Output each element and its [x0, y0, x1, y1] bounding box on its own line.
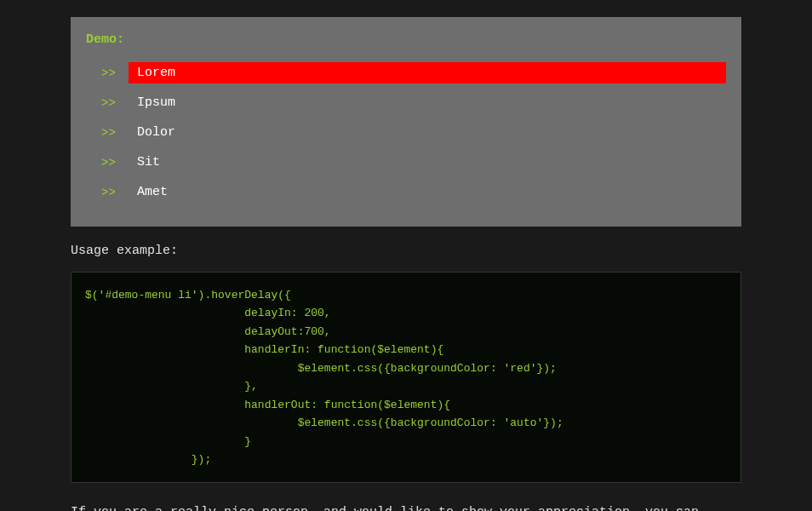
demo-menu-item[interactable]: >> Amet [101, 181, 726, 203]
code-block: $('#demo-menu li').hoverDelay({ delayIn:… [71, 272, 741, 483]
demo-item-label: Amet [129, 181, 726, 203]
demo-item-label: Lorem [129, 62, 726, 83]
code-content: $('#demo-menu li').hoverDelay({ delayIn:… [85, 286, 727, 468]
footer-text: If you are a really nice person, and wou… [71, 503, 741, 511]
demo-menu-item[interactable]: >> Lorem [101, 62, 726, 83]
demo-item-label: Dolor [129, 122, 726, 143]
demo-title: Demo: [86, 32, 726, 47]
arrow-icon: >> [101, 66, 117, 80]
arrow-icon: >> [101, 186, 117, 199]
arrow-icon: >> [101, 156, 117, 169]
arrow-icon: >> [101, 126, 117, 140]
demo-menu: >> Lorem >> Ipsum >> Dolor >> Sit >> Ame… [86, 62, 726, 203]
demo-item-label: Ipsum [129, 92, 726, 113]
demo-menu-item[interactable]: >> Dolor [101, 122, 726, 143]
demo-menu-item[interactable]: >> Ipsum [101, 92, 726, 113]
demo-panel: Demo: >> Lorem >> Ipsum >> Dolor >> Sit … [71, 17, 741, 227]
demo-menu-item[interactable]: >> Sit [101, 152, 726, 173]
arrow-icon: >> [101, 96, 117, 110]
usage-label: Usage example: [71, 244, 741, 258]
demo-item-label: Sit [129, 152, 726, 173]
